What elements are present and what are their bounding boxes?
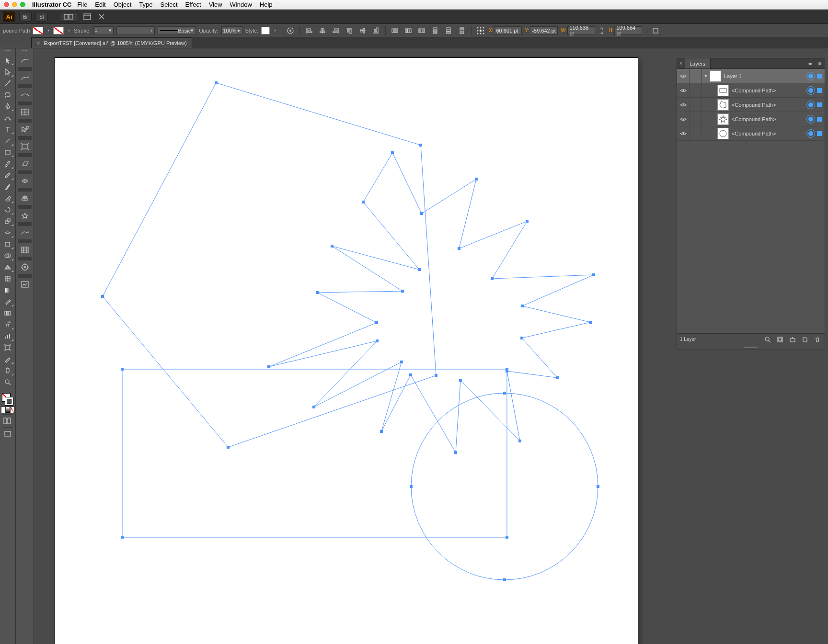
width-tool[interactable] (1, 227, 14, 238)
align-vcenter-icon[interactable] (357, 26, 368, 35)
live-corners-icon[interactable] (18, 261, 32, 273)
menu-file[interactable]: File (77, 1, 87, 8)
align-left-icon[interactable] (304, 26, 314, 35)
variable-width-panel-icon[interactable] (18, 175, 32, 187)
menu-help[interactable]: Help (260, 1, 273, 8)
color-mode-gradient-icon[interactable] (5, 407, 10, 413)
pencil-tool[interactable] (1, 169, 14, 181)
panel-grip-icon[interactable] (2, 50, 13, 53)
lock-toggle[interactable] (690, 112, 702, 126)
lock-toggle[interactable] (690, 83, 702, 97)
layer-sublayer-row[interactable]: <Compound Path> (677, 112, 825, 126)
make-clipping-mask-icon[interactable] (776, 335, 784, 344)
selection-indicator[interactable] (817, 102, 822, 107)
target-icon[interactable] (806, 101, 815, 109)
locate-object-icon[interactable] (763, 335, 772, 344)
disclosure-triangle-icon[interactable]: ▼ (702, 74, 710, 79)
menu-view[interactable]: View (209, 1, 222, 8)
align-bottom-icon[interactable] (371, 26, 381, 35)
close-tab-icon[interactable]: × (37, 40, 40, 46)
artboard-panel-icon[interactable] (18, 141, 32, 152)
panel-collapse-icon[interactable]: ◂▸ (805, 61, 815, 66)
y-input[interactable]: -59.642 pt (530, 26, 558, 35)
tracing-panel-icon[interactable] (18, 106, 32, 118)
grid-panel-icon[interactable] (18, 244, 32, 256)
zoom-tool[interactable] (1, 376, 14, 388)
visibility-toggle[interactable] (677, 126, 690, 140)
blend-tool[interactable] (1, 307, 14, 319)
target-icon[interactable] (806, 86, 815, 95)
color-mode-solid-icon[interactable] (1, 407, 5, 413)
screen-mode[interactable] (1, 429, 14, 439)
layer-name[interactable]: Layer 1 (724, 73, 806, 79)
brush-definition-dropdown[interactable]: Basic▾ (158, 26, 196, 35)
blob-brush-tool[interactable] (1, 181, 14, 192)
lock-toggle[interactable] (690, 69, 702, 83)
sublayer-name[interactable]: <Compound Path> (732, 131, 806, 136)
perspective-grid-tool[interactable] (1, 261, 14, 273)
visibility-toggle[interactable] (677, 112, 690, 126)
menu-effect[interactable]: Effect (185, 1, 201, 8)
layout-dropdown[interactable] (60, 12, 78, 22)
sublayer-name[interactable]: <Compound Path> (732, 116, 806, 122)
sublayer-name[interactable]: <Compound Path> (732, 88, 806, 93)
layer-row[interactable]: ▼ Layer 1 (677, 69, 825, 83)
bridge-button[interactable]: Br (19, 12, 32, 22)
visibility-toggle[interactable] (677, 69, 690, 83)
target-icon[interactable] (806, 115, 815, 124)
style-dropdown-icon[interactable]: ▾ (273, 27, 277, 34)
direct-selection-tool[interactable] (1, 66, 14, 78)
compound-path-circle[interactable] (411, 393, 598, 580)
shape-builder-tool[interactable] (1, 250, 14, 261)
fill-stroke-control[interactable] (1, 392, 14, 407)
layers-list[interactable]: ▼ Layer 1 <Compound Path> (677, 69, 825, 333)
curvature-tool[interactable] (1, 112, 14, 124)
artboard-tool[interactable] (1, 342, 14, 353)
panel-resize-grip[interactable] (677, 345, 825, 350)
stroke-dropdown-icon[interactable]: ▾ (67, 27, 71, 34)
layer-sublayer-row[interactable]: <Compound Path> (677, 126, 825, 141)
selection-tool[interactable] (1, 55, 14, 66)
x-input[interactable]: 60.601 pt (494, 26, 522, 35)
visibility-toggle[interactable] (677, 98, 690, 112)
search-icon[interactable] (96, 12, 107, 22)
compound-path-pentagon[interactable] (103, 83, 436, 447)
stock-button[interactable]: St (35, 12, 48, 22)
delete-layer-icon[interactable] (813, 335, 822, 344)
sublayer-name[interactable]: <Compound Path> (732, 102, 806, 108)
new-layer-icon[interactable] (801, 335, 809, 344)
distribute-bottom-icon[interactable] (457, 26, 467, 35)
distribute-hcenter-icon[interactable] (403, 26, 414, 35)
selection-indicator[interactable] (817, 131, 822, 136)
shear-tool-icon[interactable] (18, 158, 32, 169)
align-panel-icon[interactable] (18, 192, 32, 204)
menu-object[interactable]: Object (114, 1, 132, 8)
layer-sublayer-row[interactable]: <Compound Path> (677, 83, 825, 98)
color-mode-row[interactable] (1, 407, 14, 413)
lock-toggle[interactable] (690, 98, 702, 112)
hand-tool[interactable] (1, 365, 14, 376)
stroke-swatch[interactable] (53, 27, 64, 34)
rectangle-tool[interactable] (1, 147, 14, 158)
opacity-input[interactable]: 100%▸ (221, 26, 242, 35)
transform-reference-point[interactable] (475, 26, 486, 35)
live-paint-brush-icon[interactable] (18, 55, 32, 66)
symbol-sprayer-tool[interactable] (1, 319, 14, 330)
fullscreen-window-icon[interactable] (20, 2, 25, 7)
graphic-style-swatch[interactable] (261, 27, 270, 34)
h-input[interactable]: 109.684 pt (614, 26, 642, 35)
mesh-tool[interactable] (1, 273, 14, 284)
paintbrush-tool[interactable] (1, 158, 14, 169)
distribute-left-icon[interactable] (390, 26, 400, 35)
selection-indicator[interactable] (817, 88, 822, 93)
recolor-artwork-icon[interactable] (285, 26, 296, 35)
stroke-weight-input[interactable]: ▴▾▾ (93, 26, 114, 35)
link-wh-icon[interactable] (598, 26, 606, 35)
natural-brush-icon[interactable] (18, 72, 32, 83)
lasso-tool[interactable] (1, 89, 14, 101)
gradient-tool[interactable] (1, 284, 14, 296)
column-graph-tool[interactable] (1, 330, 14, 342)
canvas[interactable] (34, 48, 674, 644)
menu-edit[interactable]: Edit (95, 1, 105, 8)
distribute-vcenter-icon[interactable] (443, 26, 454, 35)
